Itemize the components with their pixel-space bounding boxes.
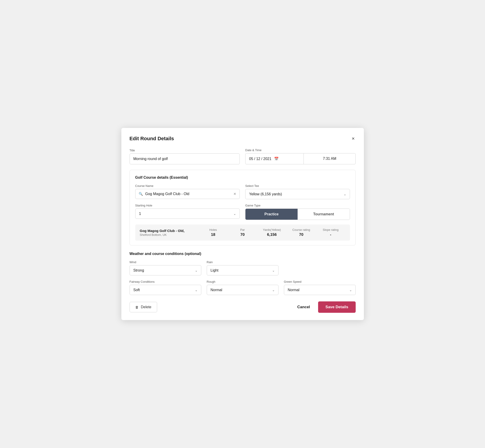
course-info-bar: Gog Magog Golf Club - Old, Shelford Bott…: [135, 224, 350, 241]
select-tee-group: Select Tee Yellow (6,156 yards) White Re…: [245, 184, 350, 199]
title-input[interactable]: [129, 153, 240, 164]
datetime-label: Date & Time: [245, 148, 356, 152]
wind-group: Wind Strong Moderate Light None ⌄: [129, 260, 201, 275]
modal-header: Edit Round Details ×: [129, 135, 356, 142]
course-stat-holes: Holes 18: [199, 228, 228, 237]
green-speed-select-wrap: Slow Normal Fast ⌄: [284, 285, 356, 295]
datetime-row: 05 / 12 / 2021 📅 7:31 AM: [245, 153, 356, 164]
rain-label: Rain: [207, 260, 278, 264]
course-tee-row: Course Name 🔍 Gog Magog Golf Club - Old …: [135, 184, 350, 199]
select-tee-wrap: Yellow (6,156 yards) White Red Blue ⌄: [245, 189, 350, 199]
course-info-name: Gog Magog Golf Club - Old,: [140, 229, 199, 233]
clear-icon[interactable]: ✕: [233, 192, 236, 196]
course-name-group: Course Name 🔍 Gog Magog Golf Club - Old …: [135, 184, 240, 199]
wind-label: Wind: [129, 260, 201, 264]
slope-value: -: [316, 232, 345, 237]
trash-icon: 🗑: [135, 305, 139, 309]
course-stat-slope: Slope rating -: [316, 228, 345, 237]
rain-group: Rain None Light Moderate Heavy ⌄: [207, 260, 278, 275]
datetime-field-group: Date & Time 05 / 12 / 2021 📅 7:31 AM: [245, 148, 356, 164]
golf-course-section: Golf Course details (Essential) Course N…: [129, 170, 356, 245]
date-input[interactable]: 05 / 12 / 2021 📅: [245, 153, 304, 164]
rain-select[interactable]: None Light Moderate Heavy: [207, 265, 278, 275]
footer-row: 🗑 Delete Cancel Save Details: [129, 301, 356, 313]
save-button[interactable]: Save Details: [318, 301, 356, 313]
yards-value: 6,156: [257, 232, 287, 237]
course-stat-par: Par 70: [228, 228, 257, 237]
fairway-select[interactable]: Soft Normal Hard: [129, 285, 201, 295]
slope-label: Slope rating: [316, 228, 345, 232]
modal-title: Edit Round Details: [129, 136, 174, 142]
starting-hole-label: Starting Hole: [135, 204, 240, 207]
weather-section: Weather and course conditions (optional)…: [129, 252, 356, 295]
fairway-label: Fairway Conditions: [129, 280, 201, 283]
starting-hole-select[interactable]: 1 10: [135, 208, 240, 219]
rough-label: Rough: [207, 280, 278, 283]
cancel-button[interactable]: Cancel: [294, 302, 314, 312]
game-type-group: Game Type Practice Tournament: [245, 204, 350, 220]
par-label: Par: [228, 228, 257, 232]
yards-label: Yards(Yellow): [257, 228, 287, 232]
golf-section-title: Golf Course details (Essential): [135, 176, 350, 180]
title-field-group: Title: [129, 149, 240, 164]
wind-select[interactable]: Strong Moderate Light None: [129, 265, 201, 275]
course-name-value: Gog Magog Golf Club - Old: [145, 192, 231, 196]
course-info-location: Shelford Bottom, UK: [140, 233, 199, 237]
rough-group: Rough Soft Normal Hard ⌄: [207, 280, 278, 295]
wind-rain-row: Wind Strong Moderate Light None ⌄ Rain N…: [129, 260, 356, 275]
search-icon: 🔍: [139, 192, 143, 196]
green-speed-group: Green Speed Slow Normal Fast ⌄: [284, 280, 356, 295]
footer-right: Cancel Save Details: [294, 301, 356, 313]
starting-hole-group: Starting Hole 1 10 ⌄: [135, 204, 240, 220]
top-fields-row: Title Date & Time 05 / 12 / 2021 📅 7:31 …: [129, 148, 356, 164]
select-tee-label: Select Tee: [245, 184, 350, 188]
hole-gametype-row: Starting Hole 1 10 ⌄ Game Type Practice …: [135, 204, 350, 220]
select-tee-input[interactable]: Yellow (6,156 yards) White Red Blue: [245, 189, 350, 199]
game-type-label: Game Type: [245, 204, 350, 207]
course-stat-yards: Yards(Yellow) 6,156: [257, 228, 287, 237]
calendar-icon: 📅: [274, 157, 279, 161]
fairway-select-wrap: Soft Normal Hard ⌄: [129, 285, 201, 295]
course-stat-rating: Course rating 70: [287, 228, 316, 237]
wind-select-wrap: Strong Moderate Light None ⌄: [129, 265, 201, 275]
green-speed-label: Green Speed: [284, 280, 356, 283]
time-input[interactable]: 7:31 AM: [304, 153, 356, 164]
conditions-row: Fairway Conditions Soft Normal Hard ⌄ Ro…: [129, 280, 356, 295]
date-value: 05 / 12 / 2021: [249, 157, 271, 161]
green-speed-select[interactable]: Slow Normal Fast: [284, 285, 356, 295]
starting-hole-wrap: 1 10 ⌄: [135, 208, 240, 219]
rough-select[interactable]: Soft Normal Hard: [207, 285, 278, 295]
close-button[interactable]: ×: [351, 135, 356, 142]
rain-select-wrap: None Light Moderate Heavy ⌄: [207, 265, 278, 275]
holes-label: Holes: [199, 228, 228, 232]
weather-section-title: Weather and course conditions (optional): [129, 252, 356, 256]
fairway-group: Fairway Conditions Soft Normal Hard ⌄: [129, 280, 201, 295]
course-info-name-block: Gog Magog Golf Club - Old, Shelford Bott…: [140, 229, 199, 237]
time-value: 7:31 AM: [323, 157, 336, 160]
practice-button[interactable]: Practice: [245, 209, 298, 220]
tournament-button[interactable]: Tournament: [298, 209, 350, 220]
delete-button[interactable]: 🗑 Delete: [129, 302, 157, 312]
title-label: Title: [129, 149, 240, 152]
rough-select-wrap: Soft Normal Hard ⌄: [207, 285, 278, 295]
delete-label: Delete: [141, 305, 151, 309]
par-value: 70: [228, 232, 257, 237]
game-type-toggle: Practice Tournament: [245, 208, 350, 220]
edit-round-modal: Edit Round Details × Title Date & Time 0…: [121, 128, 364, 320]
holes-value: 18: [199, 232, 228, 237]
course-name-input[interactable]: 🔍 Gog Magog Golf Club - Old ✕: [135, 189, 240, 199]
course-rating-value: 70: [287, 232, 316, 237]
course-name-label: Course Name: [135, 184, 240, 188]
course-rating-label: Course rating: [287, 228, 316, 232]
